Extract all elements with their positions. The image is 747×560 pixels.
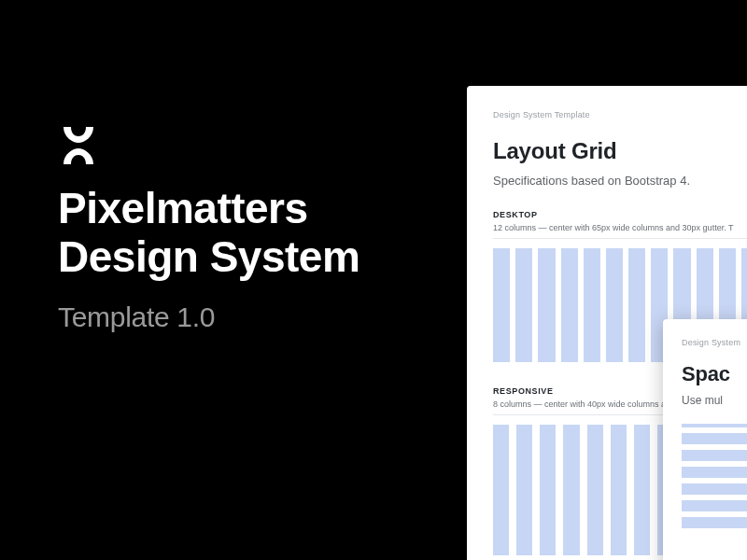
card-title: Spac <box>682 362 747 386</box>
spacing-bar <box>682 500 747 511</box>
spacing-bar <box>682 424 747 427</box>
spacing-bars <box>682 424 747 528</box>
hero-title-line2: Design System <box>58 233 359 282</box>
spacing-bar <box>682 517 747 528</box>
brand-logo-icon <box>58 125 359 166</box>
card-subtitle: Use mul <box>682 394 747 407</box>
card-title: Layout Grid <box>493 138 747 164</box>
grid-column <box>538 248 555 362</box>
spacing-bar <box>682 467 747 478</box>
grid-column <box>628 248 645 362</box>
hero-title-line1: Pixelmatters <box>58 185 359 233</box>
grid-column <box>493 425 509 555</box>
grid-column <box>587 425 603 555</box>
card-eyebrow: Design System <box>682 338 747 347</box>
hero-block: Pixelmatters Design System Template 1.0 <box>58 125 359 333</box>
grid-column <box>493 248 510 362</box>
grid-column <box>561 248 578 362</box>
grid-column <box>634 425 650 555</box>
spacing-card: Design System Spac Use mul <box>663 319 747 560</box>
grid-column <box>563 425 579 555</box>
spacing-bar <box>682 483 747 495</box>
grid-column <box>584 248 600 362</box>
grid-column <box>515 248 532 362</box>
hero-title: Pixelmatters Design System <box>58 185 359 281</box>
spacing-bar <box>682 433 747 444</box>
card-eyebrow: Design System Template <box>493 110 747 119</box>
section-label-desktop: DESKTOP <box>493 210 747 219</box>
card-subtitle: Specifications based on Bootstrap 4. <box>493 174 747 188</box>
grid-column <box>606 248 623 362</box>
responsive-columns <box>493 425 673 555</box>
section-desc-desktop: 12 columns — center with 65px wide colum… <box>493 223 747 239</box>
grid-column <box>611 425 627 555</box>
grid-column <box>540 425 556 555</box>
grid-column <box>516 425 532 555</box>
spacing-bar <box>682 450 747 461</box>
hero-subtitle: Template 1.0 <box>58 301 359 333</box>
